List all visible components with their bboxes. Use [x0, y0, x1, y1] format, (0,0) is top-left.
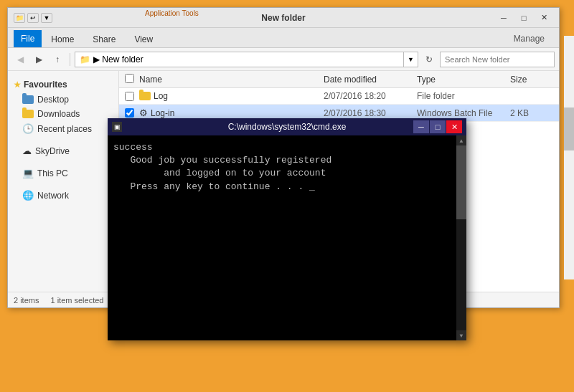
cmd-window: ▣ C:\windows\system32\cmd.exe ─ □ ✕ succ…: [108, 118, 466, 340]
file-type-1: File folder: [417, 91, 510, 101]
file-date-1: 2/07/2016 18:20: [324, 91, 417, 101]
star-icon: ★: [14, 80, 21, 90]
downloads-folder-icon: [22, 110, 34, 118]
file-checkbox-2[interactable]: [125, 108, 134, 118]
forward-button[interactable]: ▶: [31, 52, 47, 67]
address-bar: ◀ ▶ ↑ 📁 ▶ New folder ▼ ↻: [8, 48, 559, 71]
tab-home[interactable]: Home: [42, 30, 83, 47]
tab-file[interactable]: File: [14, 30, 42, 47]
network-icon: 🌐: [22, 190, 34, 201]
cmd-scrollbar[interactable]: ▲ ▼: [456, 135, 466, 340]
back-button[interactable]: ◀: [12, 52, 28, 67]
header-checkbox: [125, 74, 139, 85]
explorer-title-bar: 📁 ↩ ▼ New folder Application Tools ─ □ ✕: [8, 8, 559, 28]
ribbon-tabs: File Home Share View Manage: [8, 28, 559, 48]
explorer-minimize-button[interactable]: ─: [494, 11, 513, 25]
explorer-window-controls: ─ □ ✕: [494, 11, 553, 25]
cmd-line-3: Good job you successfully registered: [113, 154, 461, 167]
cmd-body: success Good job you successfully regist…: [108, 135, 466, 340]
table-row[interactable]: Log 2/07/2016 18:20 File folder: [119, 88, 559, 105]
desktop-folder-icon: [22, 95, 34, 104]
sidebar-item-skydrive[interactable]: ☁ SkyDrive: [8, 143, 118, 158]
cmd-title-bar: ▣ C:\windows\system32\cmd.exe ─ □ ✕: [108, 118, 466, 135]
sidebar: ★ Favourites Desktop Downloads 🕒 Recent …: [8, 71, 119, 292]
refresh-button[interactable]: ↻: [421, 52, 437, 67]
select-all-checkbox[interactable]: [125, 74, 134, 83]
cmd-line-4: and logged on to your account: [113, 167, 461, 180]
file-type-2: Windows Batch File: [417, 108, 510, 118]
file-name-1: Log: [139, 91, 324, 101]
tab-manage[interactable]: Manage: [505, 30, 553, 47]
file-date-2: 2/07/2016 18:30: [324, 108, 417, 118]
cmd-scroll-track: [456, 145, 466, 330]
explorer-maximize-button[interactable]: □: [514, 11, 533, 25]
sidebar-item-thispc[interactable]: 💻 This PC: [8, 166, 118, 181]
sidebar-item-desktop[interactable]: Desktop: [8, 92, 118, 107]
batch-file-icon: ⚙: [139, 107, 148, 118]
title-bar-quick-access: 📁 ↩ ▼: [14, 13, 52, 23]
cmd-line-1: success: [113, 141, 461, 154]
file-list-header: Name Date modified Type Size: [119, 71, 559, 88]
column-date[interactable]: Date modified: [324, 75, 417, 85]
explorer-scrollbar[interactable]: [564, 36, 574, 279]
file-folder-icon-1: [139, 92, 151, 100]
explorer-title: New folder: [261, 13, 305, 23]
sidebar-item-network[interactable]: 🌐 Network: [8, 188, 118, 203]
cmd-scroll-down[interactable]: ▼: [456, 330, 466, 340]
address-path-icon: 📁: [80, 54, 90, 64]
file-size-2: 2 KB: [510, 108, 553, 118]
recent-icon: 🕒: [22, 123, 34, 134]
scrollbar-thumb[interactable]: [564, 107, 574, 150]
cmd-maximize-button[interactable]: □: [430, 120, 446, 133]
computer-icon: 💻: [22, 168, 34, 178]
cmd-scroll-thumb[interactable]: [456, 145, 466, 219]
file-checkbox-1[interactable]: [125, 92, 134, 101]
column-size[interactable]: Size: [510, 75, 553, 85]
row-checkbox-1[interactable]: [125, 92, 139, 101]
file-name-2: ⚙ Log-in: [139, 107, 324, 118]
column-name[interactable]: Name: [139, 75, 324, 85]
up-button[interactable]: ↑: [50, 52, 65, 67]
cmd-close-button[interactable]: ✕: [446, 120, 462, 133]
quick-access-1[interactable]: ↩: [27, 13, 39, 23]
address-path-text: ▶ New folder: [93, 54, 144, 64]
column-type[interactable]: Type: [417, 75, 510, 85]
address-dropdown[interactable]: ▼: [404, 52, 418, 67]
sidebar-favourites-label: ★ Favourites: [8, 77, 118, 92]
sidebar-item-downloads[interactable]: Downloads: [8, 107, 118, 121]
cmd-icon: ▣: [112, 122, 122, 132]
status-selected-count: 1 item selected: [50, 296, 103, 305]
row-checkbox-2[interactable]: [125, 108, 139, 118]
cmd-minimize-button[interactable]: ─: [413, 120, 429, 133]
quick-access-2[interactable]: ▼: [41, 13, 52, 23]
cmd-scroll-up[interactable]: ▲: [456, 135, 466, 145]
search-input[interactable]: [440, 52, 555, 67]
cloud-icon: ☁: [22, 145, 32, 156]
cmd-line-5: Press any key to continue . . . _: [113, 181, 461, 193]
app-tools-label: Application Tools: [141, 8, 203, 19]
cmd-window-controls: ─ □ ✕: [413, 120, 462, 133]
folder-icon-small: 📁: [14, 13, 25, 23]
cmd-title-text: C:\windows\system32\cmd.exe: [228, 122, 347, 132]
tab-share[interactable]: Share: [83, 30, 125, 47]
sidebar-item-recent[interactable]: 🕒 Recent places: [8, 121, 118, 136]
address-input[interactable]: 📁 ▶ New folder: [75, 52, 404, 67]
explorer-close-button[interactable]: ✕: [535, 11, 553, 25]
tab-view[interactable]: View: [125, 30, 162, 47]
status-items-count: 2 items: [14, 296, 39, 305]
